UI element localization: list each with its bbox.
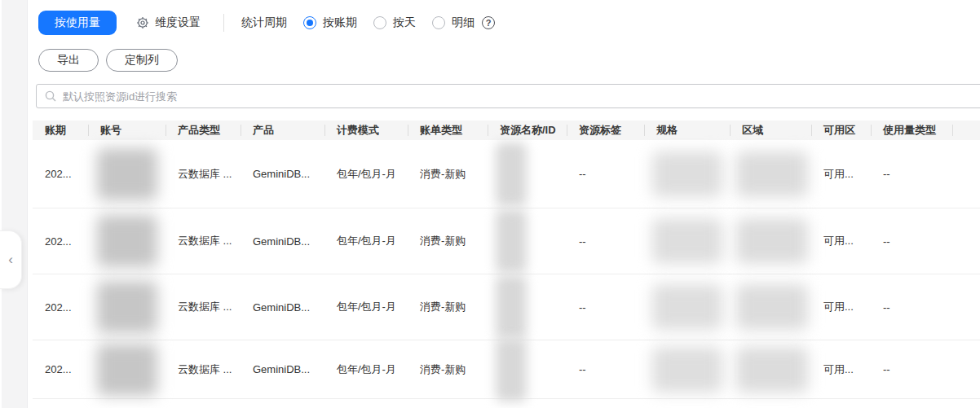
redacted-account-blur (97, 148, 157, 200)
radio-by-day[interactable]: 按天 (373, 15, 416, 30)
redacted-account-blur (97, 215, 157, 267)
cell-spec (644, 340, 730, 398)
cell-resource-tag: -- (567, 274, 644, 340)
column-header-usage-type: 使用量类型 (871, 121, 952, 140)
cell-billing-cycle: 202... (33, 340, 88, 398)
cell-resource-tag: -- (567, 140, 644, 208)
radio-unselected-icon (373, 16, 386, 29)
cell-extra (952, 340, 980, 398)
help-icon[interactable]: ? (482, 16, 495, 29)
cell-billing-mode: 包年/包月-月 (324, 274, 408, 340)
column-header-billing-mode: 计费模式 (324, 121, 408, 140)
column-header-billing-cycle: 账期 (33, 121, 88, 140)
cell-extra (952, 140, 980, 208)
redacted-spec-blur (652, 218, 722, 264)
cell-account (88, 340, 166, 398)
sidebar-collapse-handle[interactable]: ‹ (0, 230, 22, 289)
gear-icon (136, 16, 149, 29)
redacted-resource-blur (496, 209, 527, 273)
customize-columns-button[interactable]: 定制列 (106, 49, 178, 72)
cell-resource-name-id (488, 208, 567, 274)
cell-usage-type: -- (871, 208, 952, 274)
cell-usage-type: -- (871, 274, 952, 340)
cell-spec (644, 208, 730, 274)
cell-spec (644, 274, 730, 340)
cell-billing-cycle: 202... (33, 208, 88, 274)
cell-resource-name-id (488, 140, 567, 208)
redacted-resource-blur (496, 338, 527, 401)
cell-bill-type: 消费-新购 (408, 140, 488, 208)
cell-billing-cycle: 202... (33, 140, 88, 208)
cell-region (730, 274, 811, 340)
cell-product-type: 云数据库 ... (166, 208, 241, 274)
column-header-resource-name-id: 资源名称/ID (488, 121, 567, 140)
redacted-region-blur (736, 347, 808, 393)
column-header-product: 产品 (241, 121, 324, 140)
cell-product: GeminiDB... (241, 340, 324, 398)
cell-billing-mode: 包年/包月-月 (324, 208, 408, 274)
cell-billing-mode: 包年/包月-月 (324, 340, 408, 398)
stat-period-label: 统计周期 (241, 15, 287, 30)
cell-product-type: 云数据库 ... (166, 274, 241, 340)
column-header-bill-type: 账单类型 (408, 121, 488, 140)
dimension-settings-button[interactable]: 维度设置 (136, 15, 201, 30)
cell-resource-name-id (488, 274, 567, 340)
redacted-region-blur (736, 218, 808, 264)
billing-table: 账期 账号 产品类型 产品 计费模式 账单类型 资源名称/ID 资源标签 规格 … (33, 121, 980, 399)
cell-product-type: 云数据库 ... (166, 340, 241, 398)
main-content: 按使用量 维度设置 统计周期 按账期 按天 (28, 0, 980, 408)
table-row: 202... 云数据库 ... GeminiDB... 包年/包月-月 消费-新… (33, 274, 980, 340)
column-header-region: 区域 (730, 121, 811, 140)
export-button[interactable]: 导出 (38, 49, 99, 72)
cell-availability-zone: 可用... (811, 208, 871, 274)
cell-bill-type: 消费-新购 (408, 208, 488, 274)
toolbar: 按使用量 维度设置 统计周期 按账期 按天 (38, 11, 495, 35)
cell-account (88, 274, 166, 340)
radio-selected-icon (303, 16, 316, 29)
toolbar-divider (223, 14, 224, 32)
cell-resource-tag: -- (567, 340, 644, 398)
cell-product-type: 云数据库 ... (166, 140, 241, 208)
radio-by-billing-cycle[interactable]: 按账期 (303, 15, 357, 30)
table-header-row: 账期 账号 产品类型 产品 计费模式 账单类型 资源名称/ID 资源标签 规格 … (33, 121, 980, 140)
cell-region (730, 340, 811, 398)
redacted-account-blur (97, 281, 157, 333)
column-header-spec: 规格 (644, 121, 730, 140)
cell-spec (644, 140, 730, 208)
table-row: 202... 云数据库 ... GeminiDB... 包年/包月-月 消费-新… (33, 208, 980, 274)
cell-extra (952, 274, 980, 340)
cell-bill-type: 消费-新购 (408, 274, 488, 340)
cell-billing-cycle: 202... (33, 274, 88, 340)
cell-extra (952, 208, 980, 274)
cell-availability-zone: 可用... (811, 340, 871, 398)
cell-region (730, 140, 811, 208)
cell-account (88, 208, 166, 274)
column-header-resource-tag: 资源标签 (567, 121, 644, 140)
cell-usage-type: -- (871, 140, 952, 208)
collapsed-sidebar (2, 0, 28, 408)
table-row: 202... 云数据库 ... GeminiDB... 包年/包月-月 消费-新… (33, 340, 980, 399)
redacted-region-blur (736, 284, 808, 330)
cell-usage-type: -- (871, 340, 952, 398)
chevron-left-icon: ‹ (8, 252, 13, 268)
redacted-region-blur (736, 151, 808, 197)
cell-billing-mode: 包年/包月-月 (324, 140, 408, 208)
redacted-spec-blur (652, 347, 722, 393)
cell-bill-type: 消费-新购 (408, 340, 488, 398)
redacted-resource-blur (496, 143, 527, 206)
radio-unselected-icon (432, 16, 445, 29)
redacted-spec-blur (652, 284, 722, 330)
table-row: 202... 云数据库 ... GeminiDB... 包年/包月-月 消费-新… (33, 140, 980, 208)
cell-availability-zone: 可用... (811, 274, 871, 340)
cell-product: GeminiDB... (241, 274, 324, 340)
cell-product: GeminiDB... (241, 140, 324, 208)
search-input[interactable] (63, 90, 980, 103)
redacted-spec-blur (652, 151, 722, 197)
by-usage-button[interactable]: 按使用量 (38, 11, 117, 35)
search-icon (45, 90, 56, 102)
column-header-availability-zone: 可用区 (811, 121, 871, 140)
billing-usage-page: ‹ 按使用量 维度设置 统计周期 按账期 (0, 0, 980, 408)
redacted-resource-blur (496, 275, 527, 339)
radio-detail[interactable]: 明细 (432, 15, 475, 30)
redacted-account-blur (97, 344, 157, 396)
